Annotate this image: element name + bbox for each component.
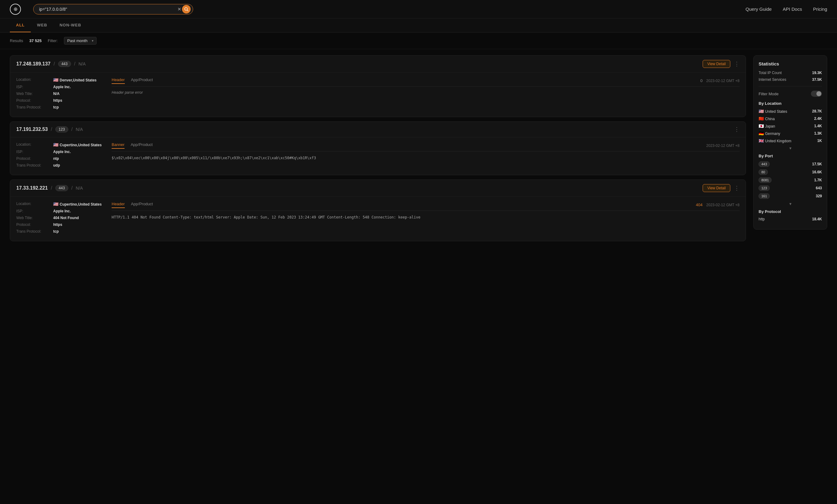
more-icon-1[interactable]: ⋮ bbox=[734, 60, 740, 67]
nav-pricing[interactable]: Pricing bbox=[813, 6, 827, 12]
location-row-gb: 🇬🇧United Kingdom 1K bbox=[759, 138, 822, 143]
port-show-more[interactable]: ▾ bbox=[759, 201, 822, 206]
svg-line-1 bbox=[187, 10, 189, 11]
timestamp-2: 2023-02-12 GMT +8 bbox=[706, 144, 740, 148]
content-tab-banner-2[interactable]: Banner bbox=[112, 142, 125, 149]
card-actions-2: ⋮ bbox=[734, 126, 740, 133]
location-row-cn: 🇨🇳China 2.4K bbox=[759, 116, 822, 121]
port-row-80: 80 16.6K bbox=[759, 169, 822, 175]
card-na-1: N/A bbox=[78, 61, 86, 67]
status-code-1: 0 bbox=[700, 78, 702, 83]
location-row-de: 🇩🇪Germany 1.3K bbox=[759, 131, 822, 136]
port-row-161: 161 329 bbox=[759, 193, 822, 199]
filter-select[interactable]: Past month Past week Past day All time bbox=[64, 37, 96, 44]
filter-mode-toggle[interactable] bbox=[811, 91, 822, 97]
location-show-more[interactable]: ▾ bbox=[759, 146, 822, 151]
card-port-badge-3: 443 bbox=[55, 185, 68, 191]
port-row-8081: 8081 1.7K bbox=[759, 177, 822, 183]
card-body-2: Location:🇺🇸Cupertino,United States ISP:A… bbox=[10, 137, 746, 175]
card-na-2: N/A bbox=[76, 127, 83, 132]
results-label: Results bbox=[10, 38, 23, 43]
tab-non-web[interactable]: NON-WEB bbox=[54, 18, 88, 32]
logo-icon: ⊕ bbox=[10, 4, 21, 15]
main-layout: 17.248.189.137 / 443 / N/A View Detail ⋮… bbox=[0, 49, 837, 247]
content-tab-header-1[interactable]: Header bbox=[112, 77, 125, 84]
search-submit-button[interactable] bbox=[182, 5, 191, 14]
protocol-row-http: http 18.4K bbox=[759, 217, 822, 221]
view-detail-button-1[interactable]: View Detail bbox=[702, 60, 730, 68]
card-content-1: Header App/Product 0 2023-02-12 GMT +8 H… bbox=[112, 77, 740, 112]
search-input[interactable] bbox=[33, 4, 193, 15]
content-tab-header-3[interactable]: Header bbox=[112, 202, 125, 208]
filter-mode-row: Filter Mode bbox=[759, 91, 822, 97]
port-row-443: 443 17.5K bbox=[759, 161, 822, 167]
filter-select-wrap: Past month Past week Past day All time bbox=[64, 37, 96, 44]
card-content-2: Banner App/Product 2023-02-12 GMT +8 $\x… bbox=[112, 142, 740, 170]
status-code-3: 404 bbox=[696, 203, 702, 207]
header: ⊕ ✕ Query Guide API Docs Pricing bbox=[0, 0, 837, 18]
chevron-down-icon-port: ▾ bbox=[789, 201, 791, 206]
by-port-title: By Port bbox=[759, 154, 822, 158]
sidebar-card: Statistics Total IP Count 19.3K Internet… bbox=[753, 55, 827, 229]
card-header-2: 17.191.232.53 / 123 / N/A ⋮ bbox=[10, 122, 746, 137]
content-tab-appproduct-2[interactable]: App/Product bbox=[131, 142, 153, 149]
content-tabs-3: Header App/Product 404 2023-02-12 GMT +8 bbox=[112, 202, 740, 211]
card-meta-1: Location:🇺🇸Denver,United States ISP:Appl… bbox=[16, 77, 102, 112]
filter-mode-label: Filter Mode bbox=[759, 92, 779, 96]
results-count: 37 525 bbox=[29, 38, 41, 43]
nav-api-docs[interactable]: API Docs bbox=[783, 6, 802, 12]
content-tab-appproduct-1[interactable]: App/Product bbox=[131, 77, 153, 84]
tabs-bar: ALL WEB NON-WEB bbox=[0, 18, 837, 33]
timestamp-1: 2023-02-12 GMT +8 bbox=[706, 79, 740, 83]
result-card-1: 17.248.189.137 / 443 / N/A View Detail ⋮… bbox=[10, 55, 746, 117]
result-card-3: 17.33.192.221 / 443 / N/A View Detail ⋮ … bbox=[10, 180, 746, 241]
results-list: 17.248.189.137 / 443 / N/A View Detail ⋮… bbox=[10, 55, 746, 241]
card-actions-3: View Detail ⋮ bbox=[702, 184, 740, 192]
card-header-1: 17.248.189.137 / 443 / N/A View Detail ⋮ bbox=[10, 56, 746, 73]
card-body-3: Location:🇺🇸Cupertino,United States ISP:A… bbox=[10, 197, 746, 241]
content-tab-appproduct-3[interactable]: App/Product bbox=[131, 202, 153, 208]
card-port-badge-1: 443 bbox=[58, 61, 71, 67]
more-icon-3[interactable]: ⋮ bbox=[734, 185, 740, 191]
card-actions-1: View Detail ⋮ bbox=[702, 60, 740, 68]
card-ip-2: 17.191.232.53 bbox=[16, 127, 48, 132]
card-na-3: N/A bbox=[76, 186, 83, 190]
content-banner-2: $\x02\x04\xec\x00\x00\x04j\x00\x00\x005\… bbox=[112, 155, 740, 161]
card-ip-1: 17.248.189.137 bbox=[16, 61, 50, 67]
nav-links: Query Guide API Docs Pricing bbox=[746, 6, 827, 12]
port-row-123: 123 643 bbox=[759, 185, 822, 191]
search-wrapper: ✕ bbox=[33, 4, 193, 15]
content-tabs-2: Banner App/Product 2023-02-12 GMT +8 bbox=[112, 142, 740, 151]
sidebar-statistics-title: Statistics bbox=[759, 61, 822, 67]
by-location-title: By Location bbox=[759, 101, 822, 106]
more-icon-2[interactable]: ⋮ bbox=[734, 126, 740, 133]
card-meta-2: Location:🇺🇸Cupertino,United States ISP:A… bbox=[16, 142, 102, 170]
nav-query-guide[interactable]: Query Guide bbox=[746, 6, 772, 12]
filter-label: Filter: bbox=[48, 38, 58, 43]
card-meta-3: Location:🇺🇸Cupertino,United States ISP:A… bbox=[16, 202, 102, 236]
content-tabs-1: Header App/Product 0 2023-02-12 GMT +8 bbox=[112, 77, 740, 87]
result-card-2: 17.191.232.53 / 123 / N/A ⋮ Location:🇺🇸C… bbox=[10, 122, 746, 175]
location-row-us: 🇺🇸United States 28.7K bbox=[759, 109, 822, 114]
chevron-down-icon: ▾ bbox=[789, 146, 791, 151]
sidebar-stat-internet-services: Internet Services 37.5K bbox=[759, 77, 822, 82]
search-clear-button[interactable]: ✕ bbox=[177, 6, 181, 12]
tab-all[interactable]: ALL bbox=[10, 18, 31, 32]
view-detail-button-3[interactable]: View Detail bbox=[702, 184, 730, 192]
timestamp-3: 2023-02-12 GMT +8 bbox=[706, 203, 740, 207]
by-protocol-title: By Protocol bbox=[759, 209, 822, 214]
card-ip-3: 17.33.192.221 bbox=[16, 185, 48, 191]
sidebar-stat-total-ip: Total IP Count 19.3K bbox=[759, 71, 822, 75]
card-body-1: Location:🇺🇸Denver,United States ISP:Appl… bbox=[10, 73, 746, 117]
tab-web[interactable]: WEB bbox=[31, 18, 53, 32]
card-header-3: 17.33.192.221 / 443 / N/A View Detail ⋮ bbox=[10, 180, 746, 197]
results-bar: Results 37 525 Filter: Past month Past w… bbox=[0, 33, 837, 49]
card-content-3: Header App/Product 404 2023-02-12 GMT +8… bbox=[112, 202, 740, 236]
card-port-badge-2: 123 bbox=[55, 126, 68, 132]
sidebar: Statistics Total IP Count 19.3K Internet… bbox=[753, 55, 827, 229]
location-row-jp: 🇯🇵Japan 1.4K bbox=[759, 124, 822, 128]
content-error-1: Header parse error bbox=[112, 90, 740, 95]
content-header-3: HTTP/1.1 404 Not Found Content-Type: tex… bbox=[112, 214, 740, 220]
